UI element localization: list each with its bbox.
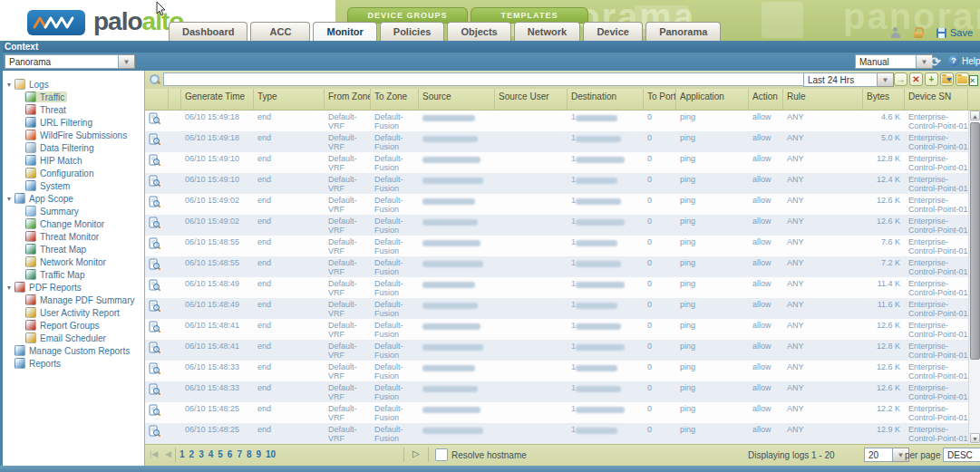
tab-panorama[interactable]: Panorama — [645, 22, 721, 41]
chevron-down-icon[interactable]: ▼ — [878, 72, 894, 87]
sidebar-item-traffic[interactable]: Traffic — [3, 91, 144, 103]
tab-acc[interactable]: ACC — [250, 22, 310, 41]
scrollbar-thumb[interactable] — [970, 122, 980, 360]
log-table-row[interactable]: 06/10 15:48:55endDefault-VRFDefault-Fusi… — [145, 236, 968, 256]
sidebar-item-email-scheduler[interactable]: Email Scheduler — [3, 332, 144, 344]
column-header-generate-time[interactable]: Generate Time — [181, 89, 254, 110]
log-table-row[interactable]: 06/10 15:48:49endDefault-VRFDefault-Fusi… — [145, 277, 968, 298]
cell-detail[interactable] — [145, 236, 169, 256]
tab-monitor[interactable]: Monitor — [313, 22, 376, 41]
scroll-up-icon[interactable]: ▲ — [970, 111, 980, 120]
sidebar-item-configuration[interactable]: Configuration — [3, 167, 144, 179]
chevron-down-icon[interactable]: ▼ — [119, 54, 135, 69]
log-table-row[interactable]: 06/10 15:48:41endDefault-VRFDefault-Fusi… — [145, 340, 968, 361]
tree-expander-icon[interactable]: ▼ — [5, 196, 14, 202]
cell-detail[interactable] — [145, 381, 169, 402]
add-filter-button[interactable]: + — [925, 72, 938, 86]
sidebar-item-wildfire-submissions[interactable]: WildFire Submissions — [3, 129, 144, 141]
help-button[interactable]: ? Help — [948, 55, 980, 66]
column-header-source[interactable]: Source — [419, 89, 495, 110]
log-table-row[interactable]: 06/10 15:48:33endDefault-VRFDefault-Fusi… — [145, 361, 968, 381]
sidebar-item-traffic-map[interactable]: Traffic Map — [3, 268, 144, 281]
cell-detail[interactable] — [145, 152, 169, 173]
log-table-row[interactable]: 06/10 15:49:02endDefault-VRFDefault-Fusi… — [145, 194, 968, 215]
clear-filter-button[interactable]: ✕ — [909, 72, 923, 86]
column-header-type[interactable]: Type — [254, 89, 325, 110]
log-detail-icon[interactable] — [149, 237, 160, 250]
page-link-10[interactable]: 10 — [266, 449, 276, 459]
log-detail-icon[interactable] — [149, 404, 160, 417]
log-detail-icon[interactable] — [149, 258, 160, 271]
sidebar-item-change-monitor[interactable]: Change Monitor — [3, 217, 144, 230]
log-detail-icon[interactable] — [149, 425, 160, 438]
sort-order-select[interactable]: DESC ▼ — [943, 448, 980, 462]
page-link-1[interactable]: 1 — [180, 449, 185, 459]
column-header-from-zone[interactable]: From Zone — [325, 89, 371, 110]
page-link-8[interactable]: 8 — [247, 449, 252, 459]
resolve-hostname-checkbox[interactable] — [435, 448, 448, 461]
log-table-row[interactable]: 06/10 15:49:10endDefault-VRFDefault-Fusi… — [145, 152, 968, 173]
column-header-bytes[interactable]: Bytes — [863, 89, 905, 110]
sidebar-item-threat-monitor[interactable]: Threat Monitor — [3, 230, 144, 243]
cell-detail[interactable] — [145, 319, 169, 340]
sidebar-item-user-activity-report[interactable]: User Activity Report — [3, 306, 144, 319]
page-link-7[interactable]: 7 — [237, 449, 242, 459]
prev-page-button[interactable]: ◀ — [165, 449, 171, 458]
next-page-button[interactable]: ▷ — [412, 448, 420, 458]
lock-icon[interactable] — [914, 27, 924, 38]
tab-device[interactable]: Device — [583, 22, 643, 41]
log-detail-icon[interactable] — [149, 196, 160, 208]
log-detail-icon[interactable] — [149, 300, 160, 313]
page-link-4[interactable]: 4 — [209, 449, 214, 459]
log-table-row[interactable]: 06/10 15:48:25endDefault-VRFDefault-Fusi… — [145, 402, 968, 423]
filter-query-input[interactable] — [163, 72, 805, 86]
cell-detail[interactable] — [145, 277, 169, 298]
sidebar-item-reports[interactable]: Reports — [3, 357, 144, 370]
apply-filter-button[interactable]: → — [894, 72, 907, 86]
column-header-destination[interactable]: Destination — [568, 89, 644, 110]
log-detail-icon[interactable] — [149, 342, 160, 354]
cell-detail[interactable] — [145, 173, 169, 194]
page-link-6[interactable]: 6 — [228, 449, 233, 459]
log-table-row[interactable]: 06/10 15:48:33endDefault-VRFDefault-Fusi… — [145, 381, 968, 402]
cell-detail[interactable] — [145, 131, 169, 152]
log-table-row[interactable]: 06/10 15:48:55endDefault-VRFDefault-Fusi… — [145, 256, 968, 277]
page-link-2[interactable]: 2 — [189, 449, 195, 459]
log-detail-icon[interactable] — [149, 112, 160, 125]
log-table-row[interactable]: 06/10 15:49:18endDefault-VRFDefault-Fusi… — [145, 111, 968, 131]
log-detail-icon[interactable] — [149, 133, 160, 146]
column-header-source-user[interactable]: Source User — [495, 89, 568, 110]
sidebar-item-network-monitor[interactable]: Network Monitor — [3, 255, 144, 268]
cell-detail[interactable] — [145, 256, 169, 277]
export-button[interactable] — [966, 72, 980, 86]
per-page-select[interactable]: 20 ▼ — [864, 448, 909, 462]
page-link-5[interactable]: 5 — [218, 449, 223, 459]
page-link-3[interactable]: 3 — [199, 449, 204, 459]
log-detail-icon[interactable] — [149, 217, 160, 229]
save-filter-button[interactable] — [940, 72, 954, 86]
save-button[interactable]: Save — [936, 27, 973, 38]
sidebar-item-hip-match[interactable]: HIP Match — [3, 154, 144, 167]
refresh-icon[interactable]: ⟳ — [930, 54, 941, 69]
vertical-scrollbar[interactable]: ▲ ▼ — [968, 111, 980, 444]
tab-objects[interactable]: Objects — [447, 22, 510, 41]
cell-detail[interactable] — [145, 402, 169, 423]
sidebar-item-url-filtering[interactable]: URL Filtering — [3, 116, 144, 129]
cell-detail[interactable] — [145, 215, 169, 236]
cell-detail[interactable] — [145, 298, 169, 319]
refresh-mode-select[interactable]: Manual ▼ — [855, 54, 933, 69]
tab-dashboard[interactable]: Dashboard — [169, 22, 247, 41]
sidebar-item-data-filtering[interactable]: Data Filtering — [3, 141, 144, 154]
context-select[interactable]: Panorama ▼ — [5, 54, 135, 69]
sidebar-item-threat[interactable]: Threat — [3, 103, 144, 116]
sidebar-item-app-scope[interactable]: ▼App Scope — [3, 192, 144, 205]
tree-expander-icon[interactable]: ▼ — [5, 284, 14, 291]
column-header-action[interactable]: Action — [749, 89, 783, 110]
sidebar-item-pdf-reports[interactable]: ▼PDF Reports — [3, 281, 144, 294]
log-table-row[interactable]: 06/10 15:48:49endDefault-VRFDefault-Fusi… — [145, 298, 968, 319]
page-link-9[interactable]: 9 — [257, 449, 262, 459]
log-table-row[interactable]: 06/10 15:49:18endDefault-VRFDefault-Fusi… — [145, 131, 968, 152]
log-table-row[interactable]: 06/10 15:48:41endDefault-VRFDefault-Fusi… — [145, 319, 968, 340]
column-header-to-port[interactable]: To Port — [644, 89, 676, 110]
tab-network[interactable]: Network — [514, 22, 580, 41]
